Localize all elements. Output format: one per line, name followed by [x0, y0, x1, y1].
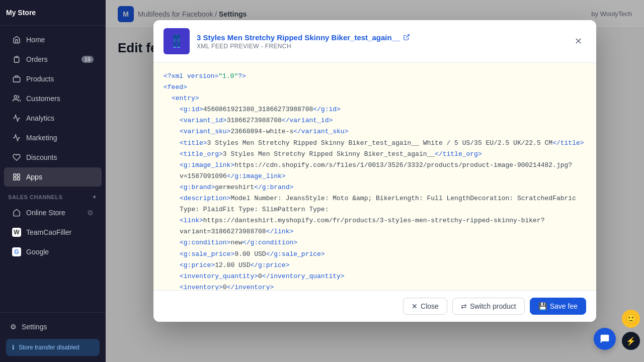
chat-button[interactable]	[594, 328, 616, 350]
sidebar-item-home-label: Home	[26, 36, 45, 44]
save-label: Save fee	[550, 302, 578, 310]
switch-product-button[interactable]: ⇄ Switch product	[452, 298, 525, 315]
sidebar-item-teamcaofiller-label: TeamCaoFiller	[26, 228, 71, 236]
svg-rect-3	[17, 177, 20, 180]
modal-overlay: 👖 3 Styles Men Stretchy Ripped Skinny Bi…	[106, 0, 644, 362]
store-transfer-notice: ℹ Store transfer disabled	[6, 339, 100, 356]
store-transfer-label: Store transfer disabled	[19, 344, 79, 351]
add-sales-channel-button[interactable]: ＋	[92, 193, 98, 201]
product-thumbnail: 👖	[164, 28, 190, 54]
sidebar-item-analytics[interactable]: Analytics	[4, 109, 102, 128]
close-button[interactable]: ✕ Close	[403, 298, 447, 315]
sidebar-item-customers[interactable]: Customers	[4, 89, 102, 108]
settings-label: Settings	[22, 323, 47, 331]
sidebar-item-orders-label: Orders	[26, 55, 48, 63]
emoji-button[interactable]: 🙂	[622, 310, 640, 328]
close-label: Close	[421, 302, 439, 310]
main-content: M Multifeeds for Facebook / Settings by …	[106, 0, 644, 362]
sidebar-item-apps[interactable]: Apps	[4, 167, 102, 187]
product-info: 3 Styles Men Stretchy Ripped Skinny Bike…	[197, 33, 563, 50]
orders-icon	[12, 55, 21, 64]
info-icon: ℹ	[12, 344, 15, 351]
sidebar-item-marketing[interactable]: Marketing	[4, 128, 102, 147]
sidebar-nav: Home Orders 19 Products Customers	[0, 26, 106, 312]
modal-close-button[interactable]: ✕	[570, 33, 586, 49]
marketing-icon	[12, 133, 21, 142]
sidebar-footer: ⚙ Settings ℹ Store transfer disabled	[0, 312, 106, 362]
sidebar-item-analytics-label: Analytics	[26, 114, 54, 122]
sidebar-item-online-store[interactable]: Online Store ⚙	[4, 203, 102, 222]
sidebar-item-home[interactable]: Home	[4, 30, 102, 49]
sidebar-item-teamcaofiller[interactable]: W TeamCaoFiller	[4, 223, 102, 242]
sales-channels-label: SALES CHANNELS	[8, 194, 63, 200]
svg-line-5	[406, 35, 409, 38]
online-store-icon	[12, 208, 21, 217]
xml-content: <?xml version="1.0"?> <feed> <entry> <g:…	[153, 63, 596, 290]
product-subtitle: XML FEED PREVIEW - FRENCH	[197, 43, 563, 50]
switch-label: Switch product	[470, 302, 516, 310]
modal-footer: ✕ Close ⇄ Switch product 💾 Save fee	[153, 290, 596, 322]
sidebar-item-google-label: Google	[26, 248, 49, 256]
external-link-icon	[403, 34, 410, 41]
sidebar-item-online-store-label: Online Store	[26, 209, 65, 217]
jeans-image: 👖	[164, 28, 190, 54]
products-icon	[12, 74, 21, 83]
modal-header: 👖 3 Styles Men Stretchy Ripped Skinny Bi…	[153, 20, 596, 63]
sidebar-item-orders[interactable]: Orders 19	[4, 50, 102, 69]
switch-icon: ⇄	[461, 302, 467, 310]
sidebar-item-products-label: Products	[26, 75, 54, 83]
sidebar-item-settings[interactable]: ⚙ Settings	[6, 319, 100, 335]
discounts-icon	[12, 153, 21, 162]
save-button[interactable]: 💾 Save fee	[530, 298, 586, 315]
xml-declaration: <?xml version=	[164, 72, 218, 80]
sidebar-header: My Store	[0, 0, 106, 26]
sidebar-store-name: My Store	[6, 9, 36, 17]
feed-open: <feed>	[164, 83, 187, 91]
sidebar: My Store Home Orders 19 Products	[0, 0, 106, 362]
svg-rect-1	[14, 174, 16, 176]
sidebar-item-discounts-label: Discounts	[26, 153, 57, 161]
sidebar-item-discounts[interactable]: Discounts	[4, 148, 102, 167]
teamcaofiller-icon: W	[12, 228, 21, 237]
close-icon: ✕	[412, 302, 418, 310]
svg-rect-4	[14, 177, 16, 180]
sidebar-item-marketing-label: Marketing	[26, 134, 57, 142]
orders-badge: 19	[82, 56, 94, 63]
xml-preview-modal: 👖 3 Styles Men Stretchy Ripped Skinny Bi…	[153, 20, 596, 322]
customers-icon	[12, 94, 21, 103]
sidebar-item-apps-label: Apps	[26, 173, 42, 181]
sidebar-item-customers-label: Customers	[26, 95, 60, 103]
sidebar-item-google[interactable]: G Google	[4, 242, 102, 261]
power-button[interactable]: ⚡	[622, 332, 640, 350]
svg-rect-2	[17, 174, 20, 176]
product-name: 3 Styles Men Stretchy Ripped Skinny Bike…	[197, 33, 563, 42]
analytics-icon	[12, 114, 21, 123]
apps-icon	[12, 172, 21, 182]
sidebar-item-products[interactable]: Products	[4, 69, 102, 88]
online-store-settings-icon: ⚙	[87, 209, 94, 217]
home-icon	[12, 35, 21, 44]
svg-point-0	[14, 96, 17, 98]
sales-channels-header: SALES CHANNELS ＋	[0, 187, 106, 203]
google-icon: G	[12, 247, 21, 256]
settings-icon: ⚙	[10, 323, 17, 331]
save-icon: 💾	[538, 302, 547, 310]
